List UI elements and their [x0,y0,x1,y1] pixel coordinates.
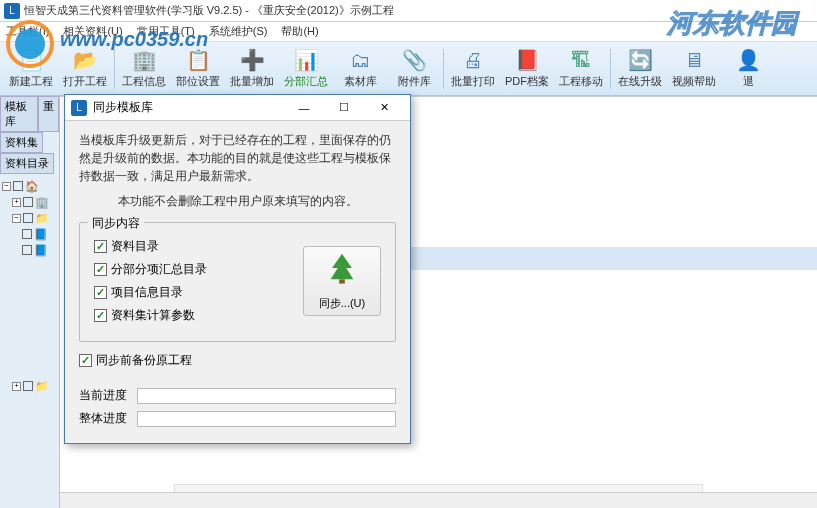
menu-related[interactable]: 相关资料(U) [63,24,122,39]
folder-icon: 🏢 [35,195,49,209]
titlebar: L 恒智天成第三代资料管理软件(学习版 V9.2.5) - 《重庆安全(2012… [0,0,817,22]
checkbox-icon[interactable] [13,181,23,191]
toolbar-btn-0[interactable]: 📄新建工程 [4,45,58,93]
check-label: 项目信息目录 [111,284,183,301]
toolbar-icon: 📋 [186,48,210,72]
toolbar-icon: 📕 [515,48,539,72]
menu-help[interactable]: 帮助(H) [281,24,318,39]
tree-node[interactable]: 📘 [2,226,57,242]
svg-rect-0 [339,279,345,283]
toolbar-icon: 📄 [19,48,43,72]
toolbar-btn-5[interactable]: 📊分部汇总 [279,45,333,93]
toolbar-btn-1[interactable]: 📂打开工程 [58,45,112,93]
toolbar-btn-10[interactable]: 🏗工程移动 [554,45,608,93]
backup-checkbox-row[interactable]: 同步前备份原工程 [79,352,396,369]
close-button[interactable]: ✕ [364,99,404,117]
check-label: 资料目录 [111,238,159,255]
check-label: 分部分项汇总目录 [111,261,207,278]
toolbar-icon: 📂 [73,48,97,72]
tree-node[interactable]: −🏠 [2,178,57,194]
checkbox-icon[interactable] [23,381,33,391]
tree-node[interactable]: −📁 [2,210,57,226]
current-progress-bar [137,388,396,404]
expand-icon[interactable]: + [12,198,21,207]
toolbar-icon: 🖨 [461,48,485,72]
total-progress-label: 整体进度 [79,410,131,427]
menu-system[interactable]: 系统维护(S) [209,24,268,39]
current-progress-row: 当前进度 [79,387,396,404]
file-icon: 📘 [34,243,48,257]
dialog-title: 同步模板库 [93,99,284,116]
sync-check-0[interactable]: 资料目录 [94,235,303,258]
toolbar-icon: 🔄 [628,48,652,72]
toolbar-btn-13[interactable]: 👤退 [721,45,775,93]
dialog-info2: 本功能不会删除工程中用户原来填写的内容。 [79,193,396,210]
dialog-titlebar[interactable]: L 同步模板库 — ☐ ✕ [65,95,410,121]
checkbox-icon[interactable] [23,197,33,207]
group-title: 同步内容 [88,215,144,232]
sync-button-label: 同步...(U) [319,296,365,311]
status-strip [60,492,817,508]
checkbox-icon[interactable] [23,213,33,223]
tree: −🏠 +🏢 −📁 📘 📘 +📁 [0,174,59,398]
minimize-button[interactable]: — [284,99,324,117]
expand-icon[interactable]: − [2,182,11,191]
checkbox-icon[interactable] [22,245,32,255]
toolbar-btn-8[interactable]: 🖨批量打印 [446,45,500,93]
current-progress-label: 当前进度 [79,387,131,404]
checkbox-icon[interactable] [94,240,107,253]
menu-common[interactable]: 常用工具(T) [137,24,195,39]
checkbox-icon[interactable] [94,286,107,299]
tree-node[interactable]: +📁 [2,378,57,394]
toolbar-icon: 🗂 [348,48,372,72]
checkbox-icon[interactable] [94,263,107,276]
toolbar-icon: 👤 [736,48,760,72]
toolbar-label: 工程信息 [122,74,166,89]
folder-icon: 🏠 [25,179,39,193]
toolbar-btn-7[interactable]: 📎附件库 [387,45,441,93]
toolbar-btn-2[interactable]: 🏢工程信息 [117,45,171,93]
tab-catalog[interactable]: 资料目录 [0,153,54,174]
sync-check-2[interactable]: 项目信息目录 [94,281,303,304]
checkbox-icon[interactable] [22,229,32,239]
maximize-button[interactable]: ☐ [324,99,364,117]
toolbar-label: 打开工程 [63,74,107,89]
toolbar-label: 批量打印 [451,74,495,89]
menubar: 工具栏(I) 相关资料(U) 常用工具(T) 系统维护(S) 帮助(H) [0,22,817,42]
toolbar-icon: 📊 [294,48,318,72]
expand-icon[interactable]: − [12,214,21,223]
toolbar-btn-4[interactable]: ➕批量增加 [225,45,279,93]
toolbar-btn-11[interactable]: 🔄在线升级 [613,45,667,93]
total-progress-row: 整体进度 [79,410,396,427]
sync-button[interactable]: 同步...(U) [303,246,381,316]
toolbar-btn-12[interactable]: 🖥视频帮助 [667,45,721,93]
tree-node[interactable]: 📘 [2,242,57,258]
toolbar-label: 素材库 [344,74,377,89]
check-label: 资料集计算参数 [111,307,195,324]
expand-icon[interactable]: + [12,382,21,391]
sync-check-3[interactable]: 资料集计算参数 [94,304,303,327]
sync-check-1[interactable]: 分部分项汇总目录 [94,258,303,281]
checkbox-icon[interactable] [79,354,92,367]
file-icon: 📘 [34,227,48,241]
folder-icon: 📁 [35,379,49,393]
toolbar-label: 退 [743,74,754,89]
toolbar-btn-3[interactable]: 📋部位设置 [171,45,225,93]
toolbar-icon: ➕ [240,48,264,72]
sync-template-dialog: L 同步模板库 — ☐ ✕ 当模板库升级更新后，对于已经存在的工程，里面保存的仍… [64,94,411,444]
menu-tools[interactable]: 工具栏(I) [6,24,49,39]
tab-dataset[interactable]: 资料集 [0,132,43,153]
toolbar-btn-9[interactable]: 📕PDF档案 [500,45,554,93]
sync-content-group: 同步内容 资料目录分部分项汇总目录项目信息目录资料集计算参数 同步...(U) [79,222,396,342]
tab-template-lib[interactable]: 模板库 [0,96,38,132]
folder-icon: 📁 [35,211,49,225]
toolbar-btn-6[interactable]: 🗂素材库 [333,45,387,93]
toolbar-label: PDF档案 [505,74,549,89]
dialog-icon: L [71,100,87,116]
tab-cq[interactable]: 重 [38,96,59,132]
toolbar-icon: 🏢 [132,48,156,72]
checkbox-icon[interactable] [94,309,107,322]
toolbar-label: 视频帮助 [672,74,716,89]
toolbar-label: 部位设置 [176,74,220,89]
tree-node[interactable]: +🏢 [2,194,57,210]
